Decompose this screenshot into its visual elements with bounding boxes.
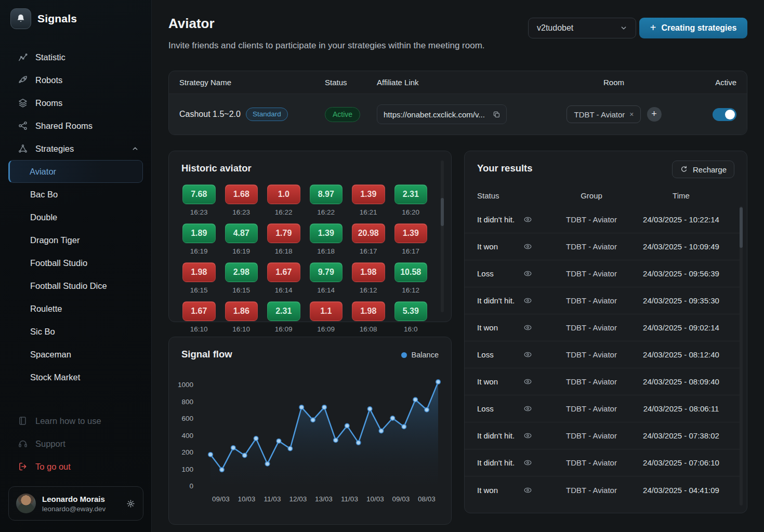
multiplier-badge: 1.98 — [352, 301, 385, 321]
sidebar-item-label: Roulette — [30, 304, 62, 314]
active-toggle[interactable] — [713, 108, 736, 121]
result-row: It won TDBT - Aviator 24/03/2025 - 10:09… — [465, 233, 740, 260]
close-icon[interactable]: × — [629, 110, 634, 118]
sidebar-item-strategies[interactable]: Strategies — [0, 137, 151, 160]
main-content: Aviator Invite friends and clients to pa… — [152, 0, 764, 532]
eye-icon[interactable] — [523, 431, 533, 441]
eye-icon[interactable] — [523, 323, 533, 332]
tile-time: 16:10 — [225, 325, 258, 333]
results-scrollbar[interactable] — [740, 206, 743, 506]
sidebar-item-rooms[interactable]: Rooms — [0, 91, 151, 114]
sidebar-item-roulette[interactable]: Roulette — [8, 297, 143, 320]
multiplier-badge: 1.39 — [394, 223, 428, 243]
strategies-table-header: Strategy Name Status Affiliate Link Room… — [169, 71, 747, 94]
eye-icon[interactable] — [523, 485, 533, 495]
column-group: Group — [555, 191, 628, 200]
sidebar-item-label: Strategies — [35, 144, 74, 154]
room-tag[interactable]: TDBT - Aviator × — [567, 105, 641, 123]
multiplier-badge: 1.68 — [225, 184, 258, 204]
multiplier-badge: 7.68 — [182, 184, 216, 204]
workspace-select-value: v2tudobet — [537, 23, 573, 33]
result-group: TDBT - Aviator — [555, 215, 628, 224]
scrollbar-thumb[interactable] — [740, 207, 743, 248]
add-room-button[interactable]: + — [647, 107, 662, 122]
scrollbar-thumb[interactable] — [441, 198, 444, 226]
sidebar-item-to-go-out[interactable]: To go out — [0, 455, 151, 478]
app-root: Signals StatisticRobotsRoomsShared Rooms… — [0, 0, 764, 532]
eye-icon[interactable] — [523, 242, 533, 251]
eye-icon[interactable] — [523, 458, 533, 468]
sidebar-item-aviator[interactable]: Aviator — [8, 160, 143, 183]
recharge-button[interactable]: Recharge — [672, 161, 734, 178]
room-tag-label: TDBT - Aviator — [574, 110, 625, 119]
eye-icon[interactable] — [523, 296, 533, 305]
affiliate-link-field[interactable]: https://onabet.cxclick.com/v... — [377, 104, 507, 124]
historic-aviator-card: Historic aviator 7.6816:231.6816:231.016… — [168, 151, 452, 322]
historic-tile: 1.6816:23 — [225, 184, 258, 216]
x-axis-label: 08/03 — [418, 495, 436, 503]
chart-point — [254, 436, 258, 441]
eye-icon[interactable] — [523, 404, 533, 414]
tile-time: 16:12 — [394, 286, 428, 294]
chart-point — [379, 429, 383, 433]
result-status: It didn't hit. — [477, 431, 523, 440]
result-group: TDBT - Aviator — [555, 242, 628, 251]
result-row: It didn't hit. TDBT - Aviator 24/03/2025… — [465, 422, 740, 449]
sidebar-item-football-studio-dice[interactable]: Football Studio Dice — [8, 274, 143, 297]
sidebar-item-bac-bo[interactable]: Bac Bo — [8, 183, 143, 206]
copy-icon[interactable] — [492, 110, 501, 119]
sidebar-item-double[interactable]: Double — [8, 206, 143, 229]
create-strategy-button[interactable]: + Creating strategies — [639, 18, 747, 38]
sidebar-item-sic-bo[interactable]: Sic Bo — [8, 320, 143, 343]
sidebar-item-support[interactable]: Support — [0, 432, 151, 455]
results-table-header: Status Group Time — [465, 188, 740, 203]
eye-icon[interactable] — [523, 215, 533, 224]
result-time: 24/03/2025 - 04:41:09 — [628, 486, 734, 495]
chart-area — [210, 382, 438, 486]
affiliate-link-text: https://onabet.cxclick.com/v... — [384, 110, 485, 119]
x-axis-label: 12/03 — [289, 495, 307, 503]
user-card[interactable]: Leonardo Morais leonardo@eway.dev — [8, 486, 143, 521]
result-time: 24/03/2025 - 07:38:02 — [628, 431, 734, 440]
historic-tile: 1.016:22 — [267, 184, 300, 216]
workspace-select[interactable]: v2tudobet — [528, 18, 636, 38]
eye-icon[interactable] — [523, 269, 533, 278]
sidebar-item-football-studio[interactable]: Football Studio — [8, 251, 143, 274]
column-affiliate-link: Affiliate Link — [377, 78, 548, 87]
eye-icon[interactable] — [523, 350, 533, 360]
app-logo: Signals — [0, 0, 151, 36]
x-axis-label: 13/03 — [315, 495, 333, 503]
tile-time: 16:19 — [182, 247, 216, 255]
page-subtitle: Invite friends and clients to participat… — [168, 41, 485, 51]
eye-icon[interactable] — [523, 377, 533, 387]
page-title: Aviator — [168, 16, 215, 32]
sidebar-nav: StatisticRobotsRoomsShared RoomsStrategi… — [0, 46, 151, 389]
result-row: It won TDBT - Aviator 24/03/2025 - 09:02… — [465, 314, 740, 341]
sidebar-item-shared-rooms[interactable]: Shared Rooms — [0, 114, 151, 137]
chart-point — [243, 453, 247, 457]
chart-point — [322, 405, 326, 409]
headset-icon — [18, 438, 28, 449]
toggle-knob — [725, 110, 735, 119]
sidebar-item-learn-how-to-use[interactable]: Learn how to use — [0, 409, 151, 432]
sidebar-item-robots[interactable]: Robots — [0, 69, 151, 91]
chart-point — [220, 468, 224, 472]
historic-tile: 8.9716:22 — [310, 184, 343, 216]
tile-time: 16:15 — [182, 286, 216, 294]
gear-icon[interactable] — [126, 499, 136, 509]
sidebar-item-stock-market[interactable]: Stock Market — [8, 366, 143, 389]
user-email: leonardo@eway.dev — [42, 505, 106, 513]
chart-point — [425, 408, 429, 412]
refresh-icon — [680, 165, 688, 174]
historic-scrollbar[interactable] — [441, 161, 444, 312]
sidebar-item-spaceman[interactable]: Spaceman — [8, 343, 143, 366]
result-row: It didn't hit. TDBT - Aviator 24/03/2025… — [465, 287, 740, 314]
tile-time: 16:19 — [225, 247, 258, 255]
chart-point — [265, 462, 269, 466]
result-row: It won TDBT - Aviator 24/03/2025 - 04:41… — [465, 476, 740, 503]
x-axis-label: 09/03 — [392, 495, 410, 503]
sidebar-item-statistic[interactable]: Statistic — [0, 46, 151, 69]
result-row: It didn't hit. TDBT - Aviator 24/03/2025… — [465, 206, 740, 233]
sidebar-item-dragon-tiger[interactable]: Dragon Tiger — [8, 229, 143, 251]
strategy-icon — [18, 143, 28, 154]
